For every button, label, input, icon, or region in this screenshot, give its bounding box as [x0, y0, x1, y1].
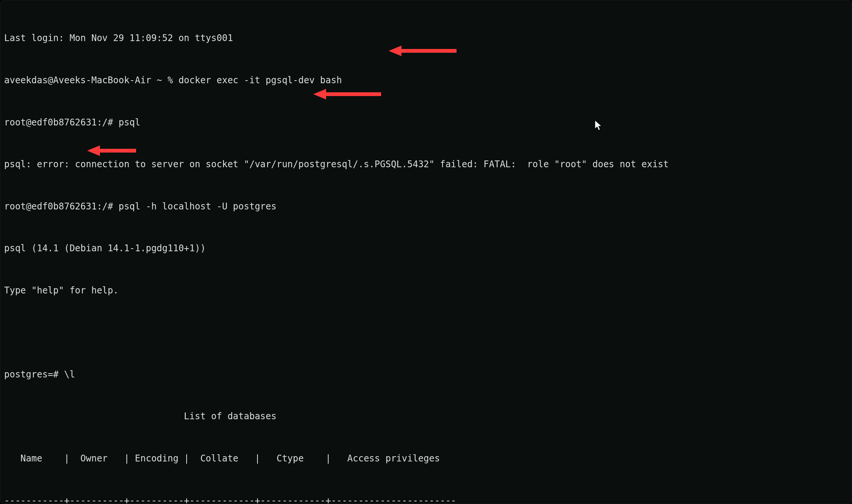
last-login-line: Last login: Mon Nov 29 11:09:52 on ttys0… [4, 31, 848, 45]
psql-error-line: psql: error: connection to server on soc… [4, 157, 848, 171]
psql-second-attempt-line: root@edf0b8762631:/# psql -h localhost -… [4, 200, 848, 214]
psql-first-attempt-line: root@edf0b8762631:/# psql [4, 116, 848, 130]
root-prompt: root@edf0b8762631:/# [4, 117, 118, 128]
docker-command: docker exec -it pgsql-dev bash [178, 75, 342, 86]
terminal-window[interactable]: Last login: Mon Nov 29 11:09:52 on ttys0… [0, 0, 852, 504]
list-databases-line: postgres=# \l [4, 368, 848, 382]
table-title: List of databases [4, 409, 848, 423]
list-command: \l [64, 369, 75, 380]
postgres-prompt: postgres=# [4, 369, 64, 380]
blank-line [4, 325, 848, 339]
table-header: Name | Owner | Encoding | Collate | Ctyp… [4, 452, 848, 466]
root-prompt: root@edf0b8762631:/# [4, 201, 118, 212]
table-separator: -----------+----------+----------+------… [4, 494, 848, 504]
psql-command: psql [118, 117, 140, 128]
host-prompt: aveekdas@Aveeks-MacBook-Air ~ % [4, 75, 178, 86]
svg-marker-1 [389, 46, 401, 56]
svg-marker-3 [313, 89, 326, 99]
svg-marker-5 [87, 145, 100, 156]
psql-command-full: psql -h localhost -U postgres [118, 201, 276, 212]
help-hint-line: Type "help" for help. [4, 284, 848, 298]
docker-exec-line: aveekdas@Aveeks-MacBook-Air ~ % docker e… [4, 73, 848, 87]
psql-version-line: psql (14.1 (Debian 14.1-1.pgdg110+1)) [4, 241, 848, 255]
